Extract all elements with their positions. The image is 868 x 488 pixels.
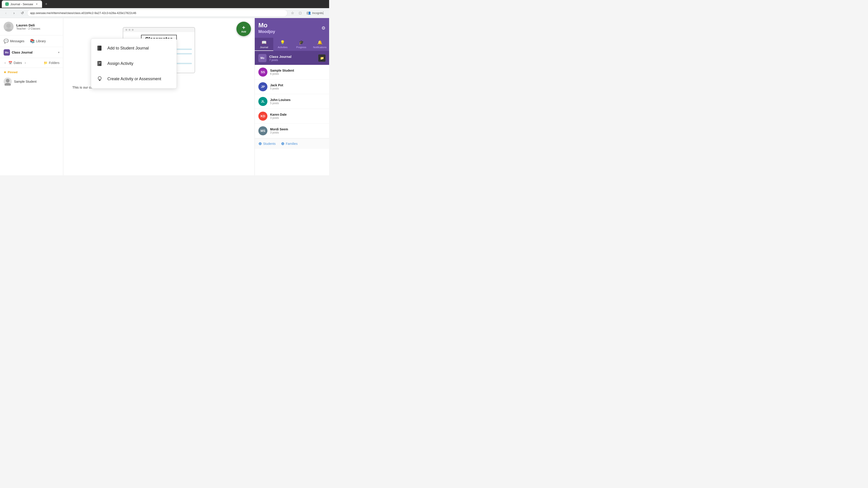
progress-tab-label: Progress bbox=[296, 46, 306, 48]
add-families-button[interactable]: ⊕ Families bbox=[281, 141, 298, 146]
menu-button[interactable]: ⋮ bbox=[320, 10, 327, 16]
active-tab[interactable]: S Journal - Seesaw ✕ bbox=[2, 0, 42, 8]
class-chevron-icon: ▾ bbox=[58, 51, 59, 54]
journal-tab-label: Journal bbox=[260, 46, 268, 48]
assign-activity-icon bbox=[96, 59, 104, 68]
app-layout: Lauren Deli Teacher - 2 Classes 💬 Messag… bbox=[0, 18, 329, 175]
library-nav-item[interactable]: 📚 Library bbox=[30, 37, 46, 45]
dates-button[interactable]: 📅 Dates bbox=[8, 61, 22, 65]
add-to-student-journal-item[interactable]: Add to Student Journal bbox=[91, 40, 177, 56]
right-content: Mo Class Journal 7 posts 📁 SS Sample Stu… bbox=[255, 51, 329, 175]
tab-title: Journal - Seesaw bbox=[10, 2, 33, 6]
student-name: Karen Dale bbox=[270, 113, 326, 116]
tab-progress[interactable]: 🎓 Progress bbox=[292, 38, 311, 51]
class-badge: Mo bbox=[4, 49, 10, 56]
book-icon bbox=[96, 44, 104, 52]
student-list-item[interactable]: KD Karen Dale 3 posts bbox=[255, 109, 329, 124]
add-button-plus-icon: + bbox=[242, 25, 245, 30]
address-bar[interactable]: app.seesaw.me/#/item/new/class/class.e01… bbox=[27, 9, 287, 17]
window-dot-2 bbox=[129, 29, 130, 31]
progress-tab-icon: 🎓 bbox=[299, 40, 304, 45]
folders-label: Folders bbox=[49, 61, 59, 65]
forward-button[interactable]: › bbox=[11, 10, 17, 16]
folders-button[interactable]: 📁 Folders bbox=[43, 61, 59, 65]
student-avatar: JL bbox=[258, 97, 268, 106]
top-nav: 💬 Messages 📚 Library bbox=[0, 35, 63, 47]
pinned-student-name: Sample Student bbox=[14, 80, 37, 84]
student-list-item[interactable]: JL John Louises 5 posts bbox=[255, 94, 329, 109]
add-students-button[interactable]: ⊕ Students bbox=[258, 141, 276, 146]
journal-tab-icon: 📖 bbox=[261, 40, 267, 45]
star-icon: ★ bbox=[4, 70, 6, 74]
user-header: Lauren Deli Teacher - 2 Classes bbox=[0, 18, 63, 35]
student-avatar: SS bbox=[258, 68, 268, 76]
tab-notifications[interactable]: 🔔 Notifications bbox=[311, 38, 329, 51]
student-posts: 6 posts bbox=[270, 72, 326, 75]
notifications-tab-icon: 🔔 bbox=[317, 40, 322, 45]
svg-rect-7 bbox=[98, 61, 99, 66]
right-header-initial: Mo bbox=[258, 22, 275, 29]
settings-icon[interactable]: ⚙ bbox=[321, 25, 326, 31]
svg-point-1 bbox=[5, 29, 12, 32]
class-name: Class Journal bbox=[12, 51, 56, 54]
right-nav-tabs: 📖 Journal 💡 Activities 🎓 Progress 🔔 Noti… bbox=[255, 38, 329, 51]
new-tab-button[interactable]: + bbox=[43, 1, 49, 7]
library-label: Library bbox=[36, 39, 46, 43]
refresh-button[interactable]: ↺ bbox=[19, 10, 25, 16]
student-avatar: KD bbox=[258, 111, 268, 121]
card-header bbox=[123, 28, 195, 32]
student-list-item[interactable]: SS Sample Student 6 posts bbox=[255, 65, 329, 79]
student-list-item[interactable]: JP Jack Pot 5 posts bbox=[255, 79, 329, 94]
date-right-button[interactable]: › bbox=[24, 60, 27, 66]
add-families-label: Families bbox=[286, 142, 298, 145]
student-posts: 5 posts bbox=[270, 102, 326, 105]
add-button[interactable]: + Add bbox=[237, 22, 251, 36]
class-journal-header[interactable]: Mo Class Journal 7 posts 📁 bbox=[255, 51, 329, 65]
svg-rect-5 bbox=[98, 46, 99, 51]
add-section: ⊕ Students ⊕ Families bbox=[255, 138, 329, 149]
class-selector[interactable]: Mo Class Journal ▾ bbox=[0, 47, 63, 58]
student-name: Sample Student bbox=[270, 69, 326, 72]
tab-activities[interactable]: 💡 Activities bbox=[273, 38, 292, 51]
tab-close-button[interactable]: ✕ bbox=[35, 2, 38, 6]
student-info: Karen Dale 3 posts bbox=[270, 113, 326, 120]
student-avatar: JP bbox=[258, 82, 268, 91]
assign-activity-label: Assign Activity bbox=[107, 61, 133, 66]
class-journal-folder-icon[interactable]: 📁 bbox=[318, 55, 326, 62]
library-icon: 📚 bbox=[30, 39, 35, 43]
right-sidebar-header: Mo Moodjoy ⚙ bbox=[255, 18, 329, 38]
create-activity-label: Create Activity or Assessment bbox=[107, 76, 161, 81]
student-info: Mordi Seem 3 posts bbox=[270, 127, 326, 134]
user-name: Lauren Deli bbox=[16, 23, 59, 27]
date-left-button[interactable]: ‹ bbox=[4, 60, 6, 66]
bookmark-button[interactable]: ☆ bbox=[289, 10, 296, 16]
calendar-icon: 📅 bbox=[8, 61, 12, 65]
url-text: app.seesaw.me/#/item/new/class/class.e01… bbox=[30, 11, 136, 15]
left-sidebar: Lauren Deli Teacher - 2 Classes 💬 Messag… bbox=[0, 18, 63, 175]
class-journal-name: Class Journal bbox=[269, 55, 315, 59]
pinned-label: ★ Pinned bbox=[4, 70, 59, 74]
avatar bbox=[4, 22, 13, 32]
student-name: John Louises bbox=[270, 98, 326, 102]
student-name: Jack Pot bbox=[270, 84, 326, 87]
dates-label: Dates bbox=[13, 61, 22, 65]
assign-activity-item[interactable]: Assign Activity bbox=[91, 56, 177, 71]
tab-journal[interactable]: 📖 Journal bbox=[255, 38, 273, 51]
add-students-plus-icon: ⊕ bbox=[258, 141, 262, 146]
student-list-item[interactable]: MS Mordi Seem 3 posts bbox=[255, 124, 329, 138]
class-journal-posts: 7 posts bbox=[269, 59, 315, 62]
messages-nav-item[interactable]: 💬 Messages bbox=[4, 37, 24, 45]
extension-button[interactable]: □ bbox=[297, 10, 303, 16]
window-dot-3 bbox=[132, 29, 133, 31]
pinned-student-avatar bbox=[4, 77, 12, 86]
svg-point-2 bbox=[6, 79, 9, 83]
folder-icon: 📁 bbox=[43, 61, 48, 65]
tab-favicon: S bbox=[5, 2, 8, 6]
activities-tab-label: Activities bbox=[278, 46, 287, 48]
right-sidebar: Mo Moodjoy ⚙ 📖 Journal 💡 Activities 🎓 Pr… bbox=[254, 18, 329, 175]
create-activity-item[interactable]: Create Activity or Assessment bbox=[91, 71, 177, 87]
pinned-student-item[interactable]: Sample Student bbox=[4, 76, 59, 88]
back-button[interactable]: ‹ bbox=[3, 10, 9, 16]
add-button-label: Add bbox=[241, 30, 246, 33]
nav-actions: ☆ □ ⊟ 👤 Incognito ⋮ bbox=[289, 10, 327, 16]
